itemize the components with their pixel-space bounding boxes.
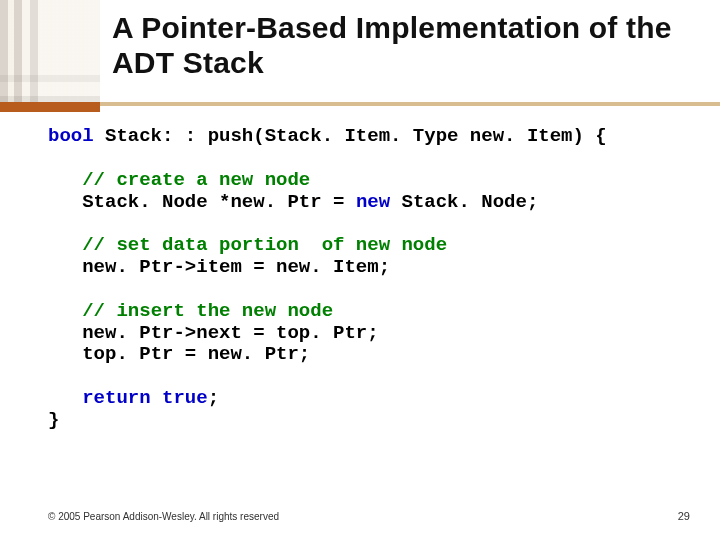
code-line: top. Ptr = new. Ptr; xyxy=(82,343,310,365)
copyright-text: © 2005 Pearson Addison-Wesley. All right… xyxy=(48,511,279,522)
keyword-return: return xyxy=(82,387,150,409)
keyword-true: true xyxy=(162,387,208,409)
code-line: new. Ptr->next = top. Ptr; xyxy=(82,322,378,344)
code-signature: Stack: : push(Stack. Item. Type new. Ite… xyxy=(94,125,607,147)
comment-set-data: // set data portion of new node xyxy=(82,234,447,256)
code-line: Stack. Node; xyxy=(390,191,538,213)
divider-bar xyxy=(0,102,720,114)
comment-insert-node: // insert the new node xyxy=(82,300,333,322)
code-text xyxy=(151,387,162,409)
slide-footer: © 2005 Pearson Addison-Wesley. All right… xyxy=(48,510,690,522)
page-number: 29 xyxy=(678,510,690,522)
comment-create-node: // create a new node xyxy=(82,169,310,191)
divider-accent xyxy=(0,102,100,112)
slide-body: bool Stack: : push(Stack. Item. Type new… xyxy=(48,126,690,432)
code-block: bool Stack: : push(Stack. Item. Type new… xyxy=(48,126,690,432)
code-text: ; xyxy=(208,387,219,409)
code-line: new. Ptr->item = new. Item; xyxy=(82,256,390,278)
decorative-corner-image xyxy=(0,0,100,102)
code-close-brace: } xyxy=(48,409,59,431)
header-band: A Pointer-Based Implementation of the AD… xyxy=(0,0,720,102)
keyword-bool: bool xyxy=(48,125,94,147)
slide-title: A Pointer-Based Implementation of the AD… xyxy=(112,10,700,81)
title-container: A Pointer-Based Implementation of the AD… xyxy=(112,10,700,81)
keyword-new: new xyxy=(356,191,390,213)
divider-line xyxy=(100,102,720,106)
code-line: Stack. Node *new. Ptr = xyxy=(82,191,356,213)
